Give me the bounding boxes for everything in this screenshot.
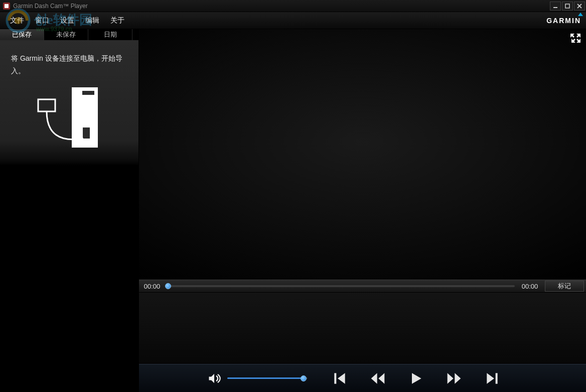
menu-file[interactable]: 文件: [5, 14, 29, 27]
menu-window[interactable]: 窗口: [30, 14, 54, 27]
menu-settings[interactable]: 设置: [55, 14, 79, 27]
volume-icon[interactable]: [207, 371, 221, 385]
forward-button[interactable]: [446, 370, 462, 386]
progress-slider[interactable]: [167, 285, 515, 287]
next-button[interactable]: [484, 370, 500, 386]
timeline-strip[interactable]: [139, 293, 586, 364]
minimize-button[interactable]: [550, 2, 561, 11]
progress-thumb[interactable]: [165, 283, 171, 289]
sidebar-panel: 将 Garmin 设备连接至电脑，开始导入。: [0, 40, 138, 392]
time-total: 00:00: [519, 283, 541, 290]
transport-controls: [332, 370, 500, 386]
svg-rect-1: [565, 4, 569, 8]
menu-about[interactable]: 关于: [105, 14, 129, 27]
volume-slider[interactable]: [227, 377, 308, 379]
connect-illustration: [24, 83, 114, 154]
play-button[interactable]: [408, 370, 424, 386]
controls-bar: [139, 364, 586, 392]
sidebar: 已保存 未保存 日期 将 Garmin 设备连接至电脑，开始导入。: [0, 29, 139, 392]
sidebar-tabs: 已保存 未保存 日期: [0, 29, 138, 40]
svg-rect-9: [496, 373, 498, 383]
mark-button[interactable]: 标记: [545, 281, 584, 292]
volume-thumb[interactable]: [301, 375, 307, 381]
time-current: 00:00: [141, 283, 163, 290]
brand-logo: GARMIN: [546, 17, 581, 25]
window-title: Garmin Dash Cam™ Player: [13, 3, 88, 10]
brand-delta-icon: [578, 13, 583, 16]
video-viewport: [139, 29, 586, 280]
svg-rect-6: [83, 127, 90, 139]
svg-rect-8: [334, 373, 336, 383]
tab-date[interactable]: 日期: [88, 29, 132, 40]
close-button[interactable]: [574, 2, 585, 11]
tab-saved[interactable]: 已保存: [0, 29, 44, 40]
title-bar: Garmin Dash Cam™ Player: [0, 0, 586, 12]
app-icon: [3, 3, 10, 10]
tab-unsaved[interactable]: 未保存: [44, 29, 88, 40]
rewind-button[interactable]: [370, 370, 386, 386]
connect-hint: 将 Garmin 设备连接至电脑，开始导入。: [11, 52, 127, 77]
svg-rect-7: [38, 99, 55, 111]
progress-row: 00:00 00:00 标记: [139, 280, 586, 293]
maximize-button[interactable]: [562, 2, 573, 11]
menu-edit[interactable]: 编辑: [80, 14, 104, 27]
svg-rect-5: [82, 91, 94, 95]
prev-button[interactable]: [332, 370, 348, 386]
fullscreen-button[interactable]: [570, 32, 582, 44]
video-area: 00:00 00:00 标记: [139, 29, 586, 392]
brand-logo-text: GARMIN: [546, 17, 581, 25]
menu-bar: 文件 窗口 设置 编辑 关于 GARMIN: [0, 12, 586, 29]
